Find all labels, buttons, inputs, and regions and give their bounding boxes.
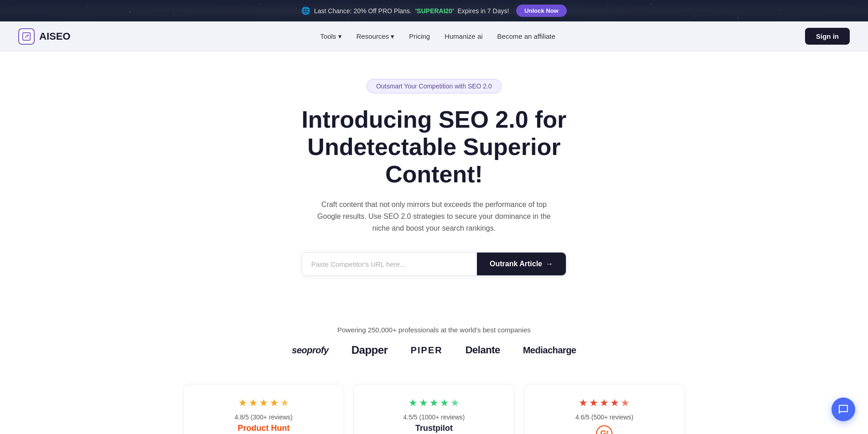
outrank-article-button[interactable]: Outrank Article → [477, 253, 566, 275]
banner-text: Last Chance: 20% Off PRO Plans. [314, 7, 412, 15]
url-search-bar: Outrank Article → [302, 252, 566, 276]
hero-title: Introducing SEO 2.0 for Undetectable Sup… [274, 106, 594, 188]
promo-code: 'SUPERAI20' [415, 7, 454, 15]
star-3: ★ [259, 397, 268, 409]
partner-mediacharge: Mediacharge [523, 345, 576, 356]
partner-dapper: Dapper [351, 344, 388, 356]
banner-emoji: 🌐 [301, 6, 310, 15]
nav-pricing[interactable]: Pricing [409, 32, 430, 40]
partner-delante: Delante [465, 344, 500, 356]
nav-affiliate[interactable]: Become an affiliate [497, 32, 555, 40]
star-5: ★ [450, 397, 460, 409]
nav-resources[interactable]: Resources ▾ [356, 32, 395, 41]
hero-subtitle: Craft content that not only mirrors but … [311, 199, 557, 234]
nav-links: Tools ▾ Resources ▾ Pricing Humanize ai … [320, 32, 555, 41]
star-4: ★ [440, 397, 449, 409]
svg-point-1 [27, 34, 29, 36]
partner-seoprofy: seoprofy [292, 345, 329, 356]
reviews-grid: ★ ★ ★ ★ ★ 4.8/5 (300+ reviews) Product H… [183, 384, 685, 434]
logo-icon [18, 28, 35, 45]
resources-chevron-icon: ▾ [391, 32, 394, 41]
star-2: ★ [419, 397, 428, 409]
star-1: ★ [238, 397, 247, 409]
stars-g2: ★ ★ ★ ★ ★ [535, 397, 674, 409]
partners-section: Powering 250,000+ professionals at the w… [0, 326, 868, 379]
hero-badge: Outsmart Your Competition with SEO 2.0 [366, 79, 502, 93]
url-input[interactable] [302, 253, 477, 275]
star-5: ★ [280, 397, 289, 409]
star-3: ★ [600, 397, 609, 409]
tools-chevron-icon: ▾ [338, 32, 342, 41]
review-card-trustpilot: ★ ★ ★ ★ ★ 4.5/5 (1000+ reviews) Trustpil… [353, 384, 514, 434]
logo-text: AISEO [39, 31, 70, 42]
review-score-producthunt: 4.8/5 (300+ reviews) [194, 413, 333, 421]
navbar: AISEO Tools ▾ Resources ▾ Pricing Humani… [0, 21, 868, 52]
nav-tools[interactable]: Tools ▾ [320, 32, 342, 41]
stars-producthunt: ★ ★ ★ ★ ★ [194, 397, 333, 409]
star-4: ★ [270, 397, 279, 409]
star-2: ★ [589, 397, 598, 409]
g2-logo-icon: G² [596, 425, 612, 434]
review-score-trustpilot: 4.5/5 (1000+ reviews) [365, 413, 503, 421]
reviews-section: ★ ★ ★ ★ ★ 4.8/5 (300+ reviews) Product H… [0, 379, 868, 434]
unlock-now-button[interactable]: Unlock Now [516, 5, 566, 17]
top-banner: 🌐 Last Chance: 20% Off PRO Plans. 'SUPER… [0, 0, 868, 21]
signin-button[interactable]: Sign in [805, 28, 850, 45]
partners-label: Powering 250,000+ professionals at the w… [9, 326, 859, 334]
star-1: ★ [408, 397, 418, 409]
partner-piper: PIPER [411, 345, 443, 356]
logo[interactable]: AISEO [18, 28, 70, 45]
review-score-g2: 4.6/5 (500+ reviews) [535, 413, 674, 421]
review-platform-producthunt: Product Hunt [194, 424, 333, 433]
arrow-icon: → [546, 260, 553, 268]
star-1: ★ [579, 397, 588, 409]
partners-logos: seoprofy Dapper PIPER Delante Mediacharg… [9, 344, 859, 356]
star-5: ★ [621, 397, 630, 409]
review-platform-trustpilot: Trustpilot [365, 424, 503, 433]
review-card-producthunt: ★ ★ ★ ★ ★ 4.8/5 (300+ reviews) Product H… [183, 384, 344, 434]
hero-section: Outsmart Your Competition with SEO 2.0 I… [0, 52, 868, 326]
svg-rect-0 [23, 32, 31, 40]
chat-bubble-button[interactable] [831, 398, 855, 421]
nav-humanize[interactable]: Humanize ai [444, 32, 482, 40]
star-2: ★ [249, 397, 258, 409]
chat-icon [838, 404, 849, 415]
review-card-g2: ★ ★ ★ ★ ★ 4.6/5 (500+ reviews) G² [524, 384, 685, 434]
stars-trustpilot: ★ ★ ★ ★ ★ [365, 397, 503, 409]
star-3: ★ [429, 397, 439, 409]
banner-expires: Expires in 7 Days! [457, 7, 509, 15]
star-4: ★ [610, 397, 619, 409]
